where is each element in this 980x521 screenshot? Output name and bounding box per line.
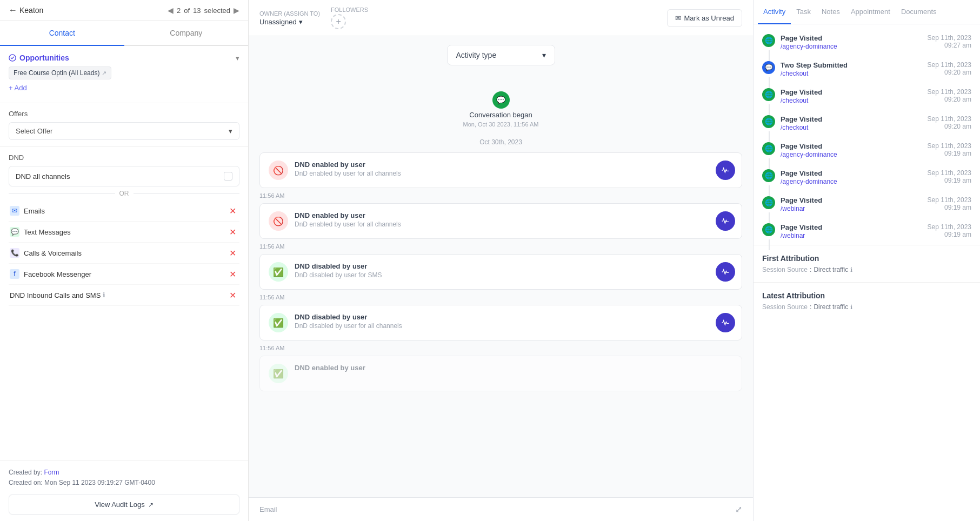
activity-link-8[interactable]: /webinar — [781, 232, 805, 239]
activity-content-2: Two Step Submitted /checkout — [781, 61, 922, 77]
event-action-1[interactable] — [716, 161, 735, 180]
sms-dnd-remove-icon[interactable]: ✕ — [226, 226, 238, 238]
chat-area[interactable]: 💬 Conversation began Mon, Oct 30 2023, 1… — [249, 74, 753, 497]
event-time-1: 11:56 AM — [259, 190, 742, 203]
dnd-fb-left: f Facebook Messenger — [10, 269, 91, 279]
activity-link-5[interactable]: /agency-dominance — [781, 151, 837, 158]
external-link-icon: ↗ — [102, 70, 106, 77]
offers-section: Offers Select Offer ▾ — [0, 103, 248, 146]
activity-title-8: Page Visited — [781, 223, 922, 231]
activity-type-label: Activity type — [456, 51, 497, 59]
event-card-4: ✅ DND disabled by user DnD disabled by u… — [259, 305, 742, 340]
calls-dnd-remove-icon[interactable]: ✕ — [226, 247, 238, 259]
offers-select[interactable]: Select Offer ▾ — [9, 122, 239, 140]
inbound-dnd-remove-icon[interactable]: ✕ — [226, 289, 238, 301]
activity-link-2[interactable]: /checkout — [781, 70, 808, 77]
first-attribution-value: Direct traffic — [814, 266, 848, 273]
activity-title-5: Page Visited — [781, 142, 922, 150]
envelope-icon: ✉ — [675, 14, 681, 22]
activity-icon-2: 💬 — [762, 61, 775, 74]
date-separator: Oct 30th, 2023 — [259, 132, 742, 152]
contact-tabs: Contact Company — [0, 21, 248, 46]
activity-link-1[interactable]: /agency-dominance — [781, 43, 837, 50]
prev-arrow-icon[interactable]: ◀ — [168, 6, 174, 15]
email-bar-label: Email — [259, 505, 277, 513]
back-button[interactable]: ← Keaton — [9, 5, 43, 15]
offers-chevron-icon: ▾ — [229, 127, 232, 135]
activity-wave-icon-2 — [721, 217, 730, 225]
dnd-all-checkbox[interactable] — [224, 172, 232, 181]
first-attribution-info-icon[interactable]: ℹ — [850, 266, 852, 273]
fb-channel-icon: f — [10, 269, 19, 279]
conversation-icon: 💬 — [492, 91, 510, 109]
add-opportunity-button[interactable]: + Add — [9, 79, 239, 96]
activity-title-3: Page Visited — [781, 88, 922, 96]
activity-wave-icon-3 — [721, 268, 730, 276]
middle-panel: Owner (Assign To) Unassigned ▾ Followers… — [249, 0, 753, 521]
event-content-5: DND enabled by user — [295, 364, 733, 373]
tab-appointment[interactable]: Appointment — [845, 0, 896, 24]
activity-type-button[interactable]: Activity type ▾ — [447, 45, 555, 65]
latest-attribution-title: Latest Attribution — [762, 291, 971, 300]
dnd-sms-left: 💬 Text Messages — [10, 227, 71, 237]
tab-contact[interactable]: Contact — [0, 21, 124, 46]
owner-value[interactable]: Unassigned ▾ — [259, 18, 320, 26]
email-channel-label: Emails — [24, 207, 45, 215]
followers-label: Followers — [331, 6, 368, 13]
next-arrow-icon[interactable]: ▶ — [234, 6, 239, 15]
first-attribution-key: Session Source — [762, 266, 808, 273]
opportunities-header: Opportunities ▾ — [0, 46, 248, 66]
offers-placeholder: Select Offer — [16, 127, 52, 135]
fb-dnd-remove-icon[interactable]: ✕ — [226, 268, 238, 280]
activity-link-7[interactable]: /webinar — [781, 205, 805, 212]
created-by-link[interactable]: Form — [44, 469, 59, 476]
view-audit-logs-button[interactable]: View Audit Logs ↗ — [9, 495, 239, 515]
latest-attribution-separator: : — [810, 303, 811, 311]
latest-attribution-key: Session Source — [762, 303, 808, 311]
info-icon[interactable]: ℹ — [103, 291, 105, 299]
activity-link-6[interactable]: /agency-dominance — [781, 178, 837, 185]
tab-company[interactable]: Company — [124, 21, 249, 46]
activity-title-2: Two Step Submitted — [781, 61, 922, 69]
add-follower-button[interactable]: + — [331, 14, 346, 29]
latest-attribution-info-icon[interactable]: ℹ — [850, 304, 852, 311]
pagination-current: 2 — [177, 6, 181, 15]
followers-section: Followers + — [331, 6, 368, 29]
dnd-enable-icon-1: 🚫 — [269, 161, 288, 180]
middle-header: Owner (Assign To) Unassigned ▾ Followers… — [249, 0, 753, 36]
tab-task[interactable]: Task — [791, 0, 816, 24]
event-time-3: 11:56 AM — [259, 292, 742, 305]
activity-icon-3: 🌐 — [762, 88, 775, 101]
event-card-2: 🚫 DND enabled by user DnD enabled by use… — [259, 203, 742, 239]
pagination-nav: ◀ 2 of 13 selected ▶ — [168, 6, 239, 15]
event-action-3[interactable] — [716, 262, 735, 282]
activity-content-3: Page Visited /checkout — [781, 88, 922, 104]
left-footer: Created by: Form Created on: Mon Sep 11 … — [0, 460, 248, 521]
event-title-2: DND enabled by user — [295, 211, 733, 219]
email-dnd-remove-icon[interactable]: ✕ — [226, 205, 238, 217]
activity-content-5: Page Visited /agency-dominance — [781, 142, 922, 158]
activity-time-8: Sep 11th, 2023 09:19 am — [928, 223, 971, 238]
activity-link-3[interactable]: /checkout — [781, 97, 808, 104]
dnd-calls-row: 📞 Calls & Voicemails ✕ — [9, 243, 239, 264]
expand-icon[interactable]: ⤢ — [735, 504, 742, 515]
event-action-4[interactable] — [716, 313, 735, 332]
offers-label: Offers — [9, 110, 239, 118]
activity-item-7: 🌐 Page Visited /webinar Sep 11th, 2023 0… — [754, 191, 980, 218]
activity-link-4[interactable]: /checkout — [781, 124, 808, 131]
latest-attribution-row: Session Source : Direct traffic ℹ — [762, 303, 971, 311]
opportunity-tag[interactable]: Free Course Optin (All Leads) ↗ — [9, 66, 111, 79]
tab-activity[interactable]: Activity — [758, 0, 791, 24]
activity-title-6: Page Visited — [781, 169, 922, 177]
tab-notes[interactable]: Notes — [816, 0, 845, 24]
activity-time-2: Sep 11th, 2023 09:20 am — [928, 61, 971, 76]
tab-documents[interactable]: Documents — [896, 0, 942, 24]
opportunities-collapse-icon[interactable]: ▾ — [236, 54, 239, 62]
mark-unread-button[interactable]: ✉ Mark as Unread — [667, 9, 742, 27]
event-action-2[interactable] — [716, 211, 735, 231]
contact-name: Keaton — [19, 6, 43, 15]
activity-time-7: Sep 11th, 2023 09:19 am — [928, 196, 971, 211]
activity-item-8: 🌐 Page Visited /webinar Sep 11th, 2023 0… — [754, 218, 980, 245]
opportunity-tag-label: Free Course Optin (All Leads) — [14, 69, 99, 77]
event-title-4: DND disabled by user — [295, 313, 733, 321]
